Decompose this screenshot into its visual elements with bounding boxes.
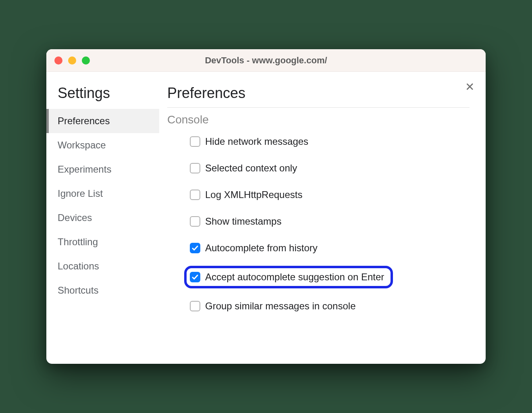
- checkbox-hide-network-messages[interactable]: [190, 136, 200, 147]
- sidebar-item-throttling[interactable]: Throttling: [46, 230, 159, 254]
- option-label: Autocomplete from history: [205, 242, 318, 254]
- close-window-button[interactable]: [54, 56, 62, 65]
- option-row: Accept autocomplete suggestion on Enter: [184, 266, 393, 288]
- sidebar-item-preferences[interactable]: Preferences: [46, 109, 159, 133]
- main-panel: Preferences Console Hide network message…: [159, 72, 486, 364]
- checkbox-show-timestamps[interactable]: [190, 216, 200, 227]
- sidebar-item-devices[interactable]: Devices: [46, 206, 159, 230]
- settings-sidebar: Settings PreferencesWorkspaceExperiments…: [46, 72, 159, 364]
- option-row: Selected context only: [190, 163, 470, 174]
- traffic-lights: [54, 56, 90, 65]
- sidebar-item-workspace[interactable]: Workspace: [46, 133, 159, 157]
- option-label: Log XMLHttpRequests: [205, 189, 302, 200]
- devtools-window: DevTools - www.google.com/ ✕ Settings Pr…: [46, 49, 486, 364]
- option-label: Selected context only: [205, 163, 297, 174]
- window-title: DevTools - www.google.com/: [205, 55, 327, 66]
- checkbox-log-xmlhttprequests[interactable]: [190, 190, 200, 200]
- checkbox-selected-context-only[interactable]: [190, 163, 200, 173]
- checkbox-group-similar-messages-in-console[interactable]: [190, 301, 200, 311]
- option-row: Hide network messages: [190, 136, 470, 147]
- options-list: Hide network messagesSelected context on…: [167, 136, 470, 312]
- content-area: ✕ Settings PreferencesWorkspaceExperimen…: [46, 72, 486, 364]
- page-title: Preferences: [167, 85, 470, 108]
- option-label: Hide network messages: [205, 136, 308, 147]
- sidebar-item-experiments[interactable]: Experiments: [46, 157, 159, 181]
- minimize-window-button[interactable]: [68, 56, 76, 65]
- option-row: Log XMLHttpRequests: [190, 189, 470, 200]
- checkbox-autocomplete-from-history[interactable]: [190, 243, 200, 253]
- maximize-window-button[interactable]: [82, 56, 90, 65]
- section-title: Console: [167, 113, 470, 126]
- option-label: Accept autocomplete suggestion on Enter: [205, 271, 384, 283]
- option-row: Autocomplete from history: [190, 242, 470, 254]
- sidebar-item-locations[interactable]: Locations: [46, 254, 159, 278]
- titlebar: DevTools - www.google.com/: [46, 49, 486, 72]
- option-row: Group similar messages in console: [190, 300, 470, 312]
- option-label: Group similar messages in console: [205, 300, 356, 312]
- option-label: Show timestamps: [205, 216, 281, 227]
- sidebar-item-ignore-list[interactable]: Ignore List: [46, 181, 159, 206]
- checkbox-accept-autocomplete-suggestion-on-enter[interactable]: [190, 272, 200, 282]
- sidebar-item-shortcuts[interactable]: Shortcuts: [46, 278, 159, 302]
- close-icon[interactable]: ✕: [465, 81, 474, 93]
- sidebar-title: Settings: [46, 85, 159, 109]
- option-row: Show timestamps: [190, 216, 470, 227]
